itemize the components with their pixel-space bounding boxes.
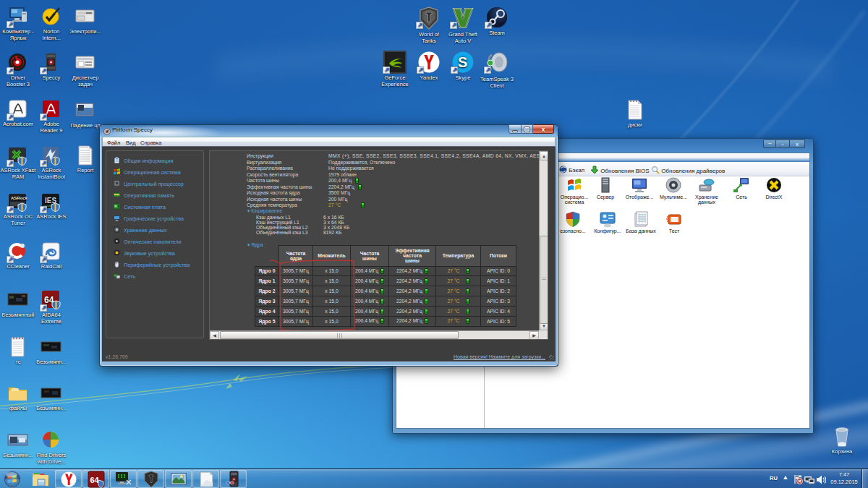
svg-text:S: S (458, 54, 467, 70)
svg-text:ASRock: ASRock (11, 196, 28, 200)
